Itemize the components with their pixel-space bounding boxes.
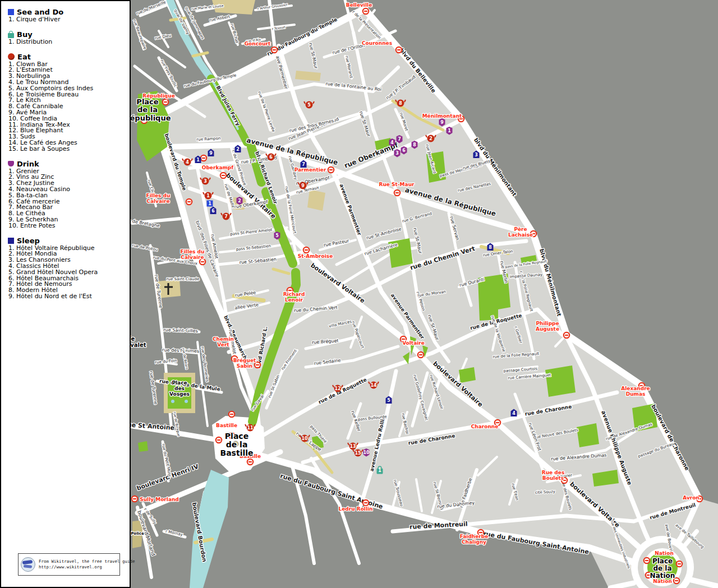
landmark-building (307, 189, 325, 211)
metro-bar (364, 502, 367, 503)
map-text: Place (225, 432, 248, 441)
metro-station-icon (163, 99, 168, 105)
metro-station-icon (216, 437, 222, 443)
map-text: Couronnes (362, 40, 392, 46)
map-text: Parmentier (294, 167, 326, 173)
map-text: 1 (196, 158, 200, 163)
map-text: 4 (390, 140, 394, 145)
legend-section-title: Buy (17, 30, 33, 39)
map-text: 15 (355, 451, 361, 456)
map-text: 6 (269, 155, 273, 160)
map-text: Police (131, 531, 144, 536)
eat-category-icon (8, 53, 15, 60)
map-text: 1 (448, 128, 451, 133)
sleep-category-icon (8, 238, 14, 244)
map-text: Oberkampf (202, 165, 234, 170)
metro-station-icon (271, 47, 277, 53)
map-text: Avron (683, 495, 699, 501)
metro-station-icon (394, 190, 400, 196)
poi-marker-see-1: 1 (207, 201, 213, 207)
map-text: 1 (206, 193, 210, 198)
map-text: 1 (378, 468, 381, 473)
metro-station-icon (363, 500, 369, 506)
metro-bar (479, 532, 482, 533)
legend-section-title: Drink (17, 160, 39, 168)
metro-bar (222, 175, 225, 176)
metro-bar (248, 461, 252, 462)
map-text: 14 (370, 383, 377, 388)
map-text: 5 (387, 398, 390, 403)
map-text: 13 (349, 444, 356, 449)
metro-bar (329, 169, 333, 170)
map-text: FaidherbeChaligny (460, 534, 489, 545)
legend: See and Do1. Cirque d'HiverBuy1. Distrib… (1, 1, 130, 300)
legend-item: 1. Distribution (8, 39, 126, 45)
metro-station-icon (303, 247, 309, 253)
map-text: Ménilmontant (422, 113, 462, 119)
map-text: 4 (512, 411, 516, 416)
metro-station-icon (396, 47, 402, 53)
metro-station-icon (676, 561, 682, 567)
map-text: PhilippeAuguste (536, 321, 559, 332)
map-text: de la (653, 564, 671, 572)
map-text: Rue desBoulets (542, 470, 564, 481)
map-text: Place (136, 98, 158, 106)
map-text: 6 (402, 148, 406, 153)
fountain (171, 400, 174, 403)
map-text: Filles duCalvaire (146, 193, 171, 204)
map-text: 4 (186, 160, 189, 165)
metro-bar (678, 563, 681, 564)
legend-sidebar: See and Do1. Cirque d'HiverBuy1. Distrib… (0, 0, 131, 588)
map-text: RichardLenoir (283, 291, 305, 303)
drink-category-icon (8, 161, 14, 166)
metro-bar (217, 439, 220, 441)
legend-section-buy: Buy1. Distribution (8, 30, 126, 45)
legend-section-eat: Eat1. Clown Bar2. L'Estaminet3. Norbulin… (8, 53, 126, 152)
legend-section-title: See and Do (17, 8, 63, 16)
metro-bar (397, 49, 401, 50)
metro-station-icon (363, 8, 369, 14)
map-text: 8 (413, 142, 416, 147)
map-text: 9 (301, 183, 305, 188)
attribution-line1: From Wikitravel, the free travel guide (39, 559, 135, 564)
map-text: Place (172, 380, 187, 386)
metro-bar (645, 560, 648, 561)
map-text: des (174, 386, 185, 391)
metro-station-icon (564, 332, 569, 338)
legend-section-title: Eat (17, 53, 31, 61)
map-text: 2 (429, 136, 432, 141)
legend-item: 10. Entre Potes (8, 223, 126, 229)
metro-bar (565, 335, 568, 336)
map-text: 5 (275, 233, 279, 238)
map-text: 12 (334, 386, 340, 391)
map-text: Sully Morland (140, 497, 179, 502)
metro-bar (187, 201, 191, 202)
map-text: de la (137, 105, 158, 114)
map-text: 5 (307, 103, 311, 108)
metro-bar (202, 158, 205, 159)
map-text: Vosges (169, 391, 190, 397)
metro-station-icon (186, 199, 192, 205)
metro-bar (496, 422, 499, 423)
map-text: Filles duCalvaire (181, 249, 205, 260)
map-text: 9 (440, 120, 444, 125)
park (577, 423, 599, 447)
metro-station-icon (229, 411, 234, 417)
map-text: 7 (302, 162, 305, 167)
map-text: 7 (224, 214, 228, 219)
metro-bar (288, 290, 292, 291)
map-text: rue Saint-Claude (167, 277, 200, 281)
legend-section-see: See and Do1. Cirque d'Hiver (8, 8, 126, 23)
map-text: de la (226, 440, 248, 449)
map-text: Belleville (346, 2, 372, 8)
legend-section-sleep: Sleep1. Hôtel Voltaire République2. Hôte… (8, 237, 126, 300)
metro-station-icon (247, 459, 253, 465)
legend-section-title: Sleep (17, 237, 40, 245)
map-text: 3 (475, 152, 478, 158)
metro-bar (273, 49, 276, 50)
map-text: 2 (236, 147, 240, 152)
attribution-box: From Wikitravel, the free travel guide h… (18, 553, 120, 576)
map-text: 8 (489, 245, 492, 250)
metro-bar (364, 11, 367, 12)
metro-station-icon (644, 558, 650, 563)
